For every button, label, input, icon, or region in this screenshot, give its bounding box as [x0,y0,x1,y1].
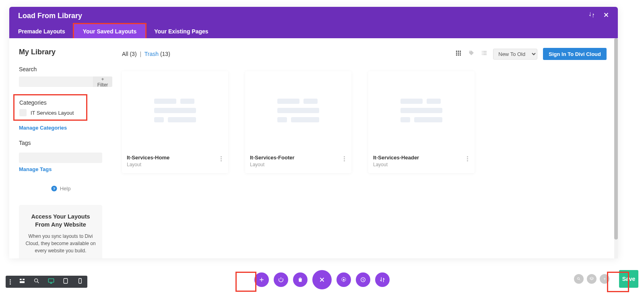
svg-text:?: ? [53,186,55,191]
all-label[interactable]: All [122,51,128,57]
filter-button[interactable]: + Filter [93,76,112,87]
card-menu-icon[interactable] [219,155,223,163]
close-builder-button[interactable] [312,270,332,289]
scrollbar[interactable] [614,38,618,258]
help-label: Help [60,186,71,192]
card-subtitle: Layout [250,162,295,167]
svg-rect-9 [458,54,459,56]
svg-rect-5 [456,53,457,54]
svg-rect-17 [20,279,22,280]
svg-rect-8 [456,54,457,56]
close-icon[interactable] [603,11,610,20]
card-menu-icon[interactable] [465,155,470,163]
layout-preview[interactable] [122,71,228,150]
promo-title: Access Your Layouts From Any Website [25,213,97,229]
load-library-modal: Load From Library Premade Layouts Your S… [9,7,618,258]
add-button[interactable] [254,272,269,287]
tablet-icon[interactable] [62,278,69,286]
svg-rect-10 [460,54,461,56]
layout-card: It-Services-Footer Layout [245,71,351,173]
promo-box: Access Your Layouts From Any Website Whe… [19,205,102,258]
svg-rect-11 [482,51,483,52]
svg-rect-4 [460,51,461,52]
tag-view-icon[interactable] [468,50,475,58]
svg-text:?: ? [604,277,606,281]
layout-card: It-Services-Header Layout [368,71,475,173]
card-title: It-Services-Home [127,155,169,161]
category-row[interactable]: IT Services Layout [19,109,81,116]
search-input[interactable] [19,76,93,87]
svg-rect-18 [23,279,25,280]
desktop-icon[interactable] [48,278,54,286]
annotation-add-button [235,272,256,292]
manage-categories-link[interactable]: Manage Categories [19,125,67,131]
svg-rect-7 [460,53,461,54]
categories-label: Categories [19,99,81,106]
signin-button[interactable]: Sign In To Divi Cloud [543,48,607,60]
card-subtitle: Layout [373,162,419,167]
tabs: Premade Layouts Your Saved Layouts Your … [9,24,618,39]
svg-rect-19 [20,281,25,283]
list-view-icon[interactable] [481,50,487,58]
svg-rect-12 [483,51,487,52]
save-button[interactable]: Save [619,270,638,288]
svg-rect-23 [79,278,82,283]
settings-button[interactable] [336,272,351,287]
tags-input[interactable] [19,153,102,163]
svg-rect-3 [458,51,459,52]
sidebar-heading: My Library [19,48,112,56]
help-link[interactable]: ? Help [19,185,102,192]
more-icon[interactable] [10,279,11,285]
tab-your-saved-layouts[interactable]: Your Saved Layouts [73,23,147,40]
category-label: IT Services Layout [31,110,74,116]
sort-select[interactable]: New To Old [493,49,537,60]
card-title: It-Services-Header [373,155,419,161]
layers-icon[interactable] [587,274,597,284]
sort-toggle-icon[interactable] [588,11,595,20]
svg-rect-13 [482,53,483,54]
modal-header: Load From Library Premade Layouts Your S… [9,7,618,38]
phone-icon[interactable] [77,278,83,286]
card-title: It-Services-Footer [250,155,295,161]
bottom-left-toolbar [6,276,87,288]
search-label: Search [19,66,112,72]
svg-rect-2 [456,51,457,52]
promo-text: When you sync layouts to Divi Cloud, the… [25,233,97,254]
trash-button[interactable] [293,272,308,287]
categories-section: Categories IT Services Layout [13,94,87,121]
trash-link[interactable]: Trash [144,51,159,57]
wireframe-icon[interactable] [19,278,25,286]
history-button[interactable] [356,272,370,287]
svg-point-26 [578,278,580,280]
tags-label: Tags [19,140,112,146]
svg-rect-14 [483,53,487,54]
search-page-icon[interactable] [574,274,584,284]
svg-point-24 [343,279,345,281]
tab-premade-layouts[interactable]: Premade Layouts [9,24,74,39]
layout-preview[interactable] [368,71,475,150]
checkbox-icon[interactable] [19,109,27,116]
modal-body: My Library Search + Filter Categories IT… [9,38,618,258]
result-counts: All (3) | Trash (13) [122,51,170,57]
portability-button[interactable] [375,272,390,287]
svg-rect-6 [458,53,459,54]
grid-view-icon[interactable] [455,50,462,58]
modal-title: Load From Library [18,12,82,20]
svg-point-20 [35,279,38,282]
bottom-center-toolbar [254,270,390,289]
card-menu-icon[interactable] [342,155,347,163]
sidebar: My Library Search + Filter Categories IT… [9,38,112,258]
main-area: All (3) | Trash (13) New To Old Sign [112,38,618,258]
manage-tags-link[interactable]: Manage Tags [19,166,52,172]
layout-preview[interactable] [245,71,351,150]
card-subtitle: Layout [127,162,169,167]
svg-rect-16 [483,54,487,55]
layout-card: It-Services-Home Layout [122,71,228,173]
power-button[interactable] [274,272,288,287]
zoom-icon[interactable] [33,278,40,286]
bottom-right-toolbar: ? Save [574,270,638,288]
svg-rect-22 [64,278,67,283]
svg-rect-15 [482,54,483,55]
tab-your-existing-pages[interactable]: Your Existing Pages [145,24,217,39]
help-circle-icon[interactable]: ? [600,274,609,284]
